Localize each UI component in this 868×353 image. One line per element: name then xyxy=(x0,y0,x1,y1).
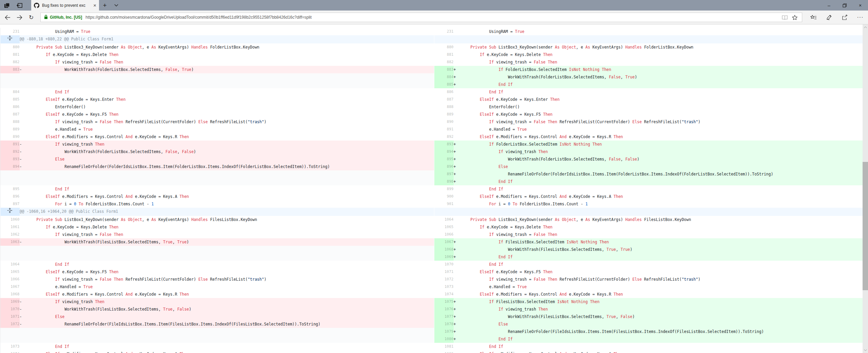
line-number-cell[interactable]: 882 xyxy=(0,58,20,66)
line-number-cell[interactable]: 1073 xyxy=(434,283,454,291)
line-number-cell[interactable]: 883 xyxy=(434,66,454,73)
line-number-cell[interactable]: 886 xyxy=(434,88,454,96)
line-number-cell[interactable]: 885 xyxy=(434,81,454,88)
tab-list-chevron-icon[interactable] xyxy=(111,0,122,11)
line-number-cell[interactable]: 1063 xyxy=(0,238,20,246)
line-number-cell[interactable]: 888 xyxy=(0,118,20,126)
close-button[interactable]: × xyxy=(852,0,868,11)
line-number-cell[interactable]: 892 xyxy=(0,148,20,155)
line-number-cell[interactable]: 892 xyxy=(434,133,454,141)
line-number-cell[interactable]: 886 xyxy=(0,103,20,111)
line-number-cell[interactable]: 893 xyxy=(0,155,20,163)
line-number-cell[interactable]: 883 xyxy=(0,66,20,73)
line-number-cell[interactable]: 882 xyxy=(434,58,454,66)
line-number-cell[interactable]: 1060 xyxy=(0,216,20,223)
back-button[interactable] xyxy=(3,13,12,22)
refresh-button[interactable]: ↻ xyxy=(27,13,36,22)
minimize-button[interactable]: – xyxy=(821,0,837,11)
line-number-cell[interactable]: 1065 xyxy=(0,268,20,276)
line-number-cell[interactable]: 896 xyxy=(434,163,454,170)
line-number-cell[interactable]: 889 xyxy=(0,126,20,133)
line-number-cell[interactable]: 897 xyxy=(434,170,454,178)
line-number-cell[interactable]: 893 xyxy=(434,141,454,148)
line-number-cell[interactable]: 880 xyxy=(434,43,454,51)
line-number-cell[interactable]: 1072 xyxy=(434,276,454,283)
address-bar[interactable]: GitHub, Inc. [US] https://github.com/moi… xyxy=(40,13,802,22)
line-number-cell[interactable]: 1071 xyxy=(434,268,454,276)
scroll-up-icon[interactable] xyxy=(863,24,868,30)
line-number-cell[interactable]: 901 xyxy=(434,200,454,208)
line-number-cell[interactable]: 881 xyxy=(434,51,454,58)
line-number-cell[interactable]: 1061 xyxy=(0,223,20,231)
line-number-cell[interactable]: 884 xyxy=(434,73,454,81)
line-number-cell[interactable]: 899 xyxy=(434,185,454,193)
web-notes-pen-icon[interactable] xyxy=(821,12,837,22)
line-number-cell[interactable]: 1076 xyxy=(434,305,454,313)
line-number-cell[interactable]: 1073 xyxy=(0,343,20,350)
favorites-hub-icon[interactable] xyxy=(806,12,821,22)
line-number-cell[interactable]: 885 xyxy=(0,96,20,103)
scrollbar-thumb[interactable] xyxy=(863,162,868,290)
line-number-cell[interactable]: 890 xyxy=(0,133,20,141)
line-number-cell[interactable]: 890 xyxy=(434,118,454,126)
line-number-cell[interactable]: 1082 xyxy=(434,350,454,353)
line-number-cell[interactable]: 895 xyxy=(0,185,20,193)
set-aside-tabs-icon[interactable] xyxy=(2,0,12,11)
line-number-cell[interactable]: 887 xyxy=(0,111,20,118)
line-number-cell[interactable]: 889 xyxy=(434,111,454,118)
scroll-down-icon[interactable] xyxy=(863,347,868,353)
line-number-cell[interactable]: 891 xyxy=(0,141,20,148)
line-number-cell[interactable]: 1067 xyxy=(434,238,454,246)
line-number-cell[interactable]: 231 xyxy=(0,28,20,35)
line-number-cell[interactable]: 1067 xyxy=(0,283,20,291)
line-number-cell[interactable]: 1064 xyxy=(0,261,20,268)
line-number-cell[interactable]: 1070 xyxy=(0,305,20,313)
line-number-cell[interactable]: 896 xyxy=(0,193,20,200)
tab-preview-icon[interactable] xyxy=(14,0,24,11)
line-number-cell[interactable]: 1068 xyxy=(434,246,454,253)
line-number-cell[interactable]: 1074 xyxy=(0,350,20,353)
vertical-scrollbar[interactable] xyxy=(863,24,868,353)
line-number-cell[interactable]: 1080 xyxy=(434,335,454,343)
line-number-cell[interactable]: 887 xyxy=(434,96,454,103)
line-number-cell[interactable]: 1069 xyxy=(0,298,20,305)
line-number-cell[interactable]: 880 xyxy=(0,43,20,51)
line-number-cell[interactable]: 900 xyxy=(434,193,454,200)
line-number-cell[interactable]: 1065 xyxy=(434,223,454,231)
line-number-cell[interactable]: 1066 xyxy=(0,276,20,283)
line-number-cell[interactable]: 231 xyxy=(434,28,454,35)
line-number-cell[interactable]: 894 xyxy=(434,148,454,155)
line-number-cell[interactable]: 1074 xyxy=(434,291,454,298)
browser-tab[interactable]: Bug fixes to prevent exc × xyxy=(31,0,99,11)
line-number-cell[interactable]: 897 xyxy=(0,200,20,208)
line-number-cell[interactable]: 1077 xyxy=(434,313,454,320)
line-number-cell[interactable]: 895 xyxy=(434,155,454,163)
line-number-cell[interactable]: 1066 xyxy=(434,231,454,238)
new-tab-button[interactable]: + xyxy=(99,0,111,11)
line-number-cell[interactable]: 1079 xyxy=(434,328,454,335)
expand-hunk-button[interactable] xyxy=(0,208,20,216)
tab-close-icon[interactable]: × xyxy=(93,2,96,8)
line-number-cell[interactable]: 884 xyxy=(0,88,20,96)
line-number-cell[interactable]: 1064 xyxy=(434,216,454,223)
forward-button[interactable] xyxy=(15,13,24,22)
line-number-cell[interactable]: 1072 xyxy=(0,320,20,328)
line-number-cell[interactable]: 1078 xyxy=(434,320,454,328)
line-number-cell[interactable]: 1075 xyxy=(434,298,454,305)
expand-hunk-button[interactable] xyxy=(0,35,20,43)
line-number-cell[interactable]: 891 xyxy=(434,126,454,133)
line-number-cell[interactable]: 1068 xyxy=(0,291,20,298)
line-number-cell[interactable]: 1070 xyxy=(434,261,454,268)
line-number-cell[interactable]: 1069 xyxy=(434,253,454,261)
favorite-star-icon[interactable] xyxy=(790,13,800,21)
line-number-cell[interactable]: 1062 xyxy=(0,231,20,238)
line-number-cell[interactable]: 1071 xyxy=(0,313,20,320)
line-number-cell[interactable]: 894 xyxy=(0,163,20,170)
line-number-cell[interactable]: 1081 xyxy=(434,343,454,350)
line-number-cell[interactable]: 898 xyxy=(434,178,454,185)
reading-view-icon[interactable] xyxy=(780,13,790,21)
restore-button[interactable] xyxy=(837,0,852,11)
url-text[interactable]: https://github.com/moisesmcardona/Google… xyxy=(85,15,780,20)
more-options-icon[interactable]: ··· xyxy=(852,12,868,22)
line-number-cell[interactable]: 881 xyxy=(0,51,20,58)
